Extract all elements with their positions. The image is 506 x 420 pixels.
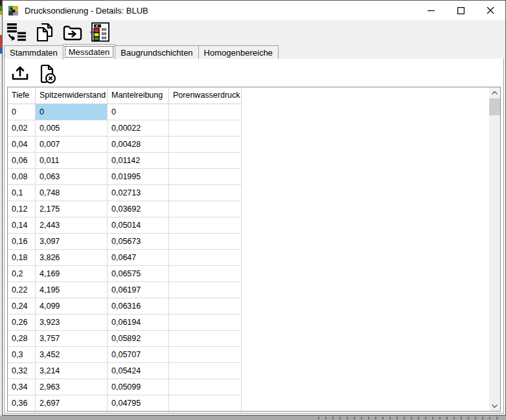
table-cell[interactable]: 3,757 <box>36 331 108 347</box>
table-cell[interactable]: 0,32 <box>8 363 36 379</box>
table-cell[interactable]: 0 <box>36 104 108 120</box>
close-button[interactable] <box>476 1 505 20</box>
tab-baugrundschichten[interactable]: Baugrundschichten <box>115 45 198 59</box>
table-cell[interactable]: 0,12 <box>8 201 36 217</box>
table-cell[interactable] <box>169 185 242 201</box>
table-cell[interactable]: 0,06575 <box>108 266 169 282</box>
table-cell[interactable]: 0,22 <box>8 282 36 298</box>
table-cell[interactable]: 0,05014 <box>108 217 169 234</box>
table-cell[interactable]: 0,24 <box>8 298 36 315</box>
table-cell[interactable] <box>169 298 242 315</box>
app-window: Drucksondierung - Details: BLUB <box>2 0 506 415</box>
scrollbar-thumb[interactable] <box>489 98 500 115</box>
export-folder-button[interactable] <box>61 21 84 43</box>
table-cell[interactable]: 0,05707 <box>108 347 169 363</box>
table-cell[interactable]: 0,01142 <box>108 153 169 169</box>
table-cell[interactable] <box>169 120 242 137</box>
table-cell[interactable] <box>169 363 242 379</box>
table-cell[interactable] <box>169 137 242 153</box>
table-cell[interactable]: 0,16 <box>8 234 36 250</box>
table-cell[interactable]: 0,005 <box>36 120 108 137</box>
minimize-button[interactable] <box>416 1 446 20</box>
tab-messdaten[interactable]: Messdaten <box>63 44 116 60</box>
table-cell[interactable]: 0,14 <box>8 217 36 234</box>
table-body: 0000,020,0050,000220,040,0070,004280,060… <box>8 104 500 412</box>
column-header-1[interactable]: Tiefe <box>8 87 36 104</box>
table-cell[interactable] <box>169 315 242 331</box>
table-cell[interactable]: 4,099 <box>36 298 108 315</box>
table-cell[interactable]: 0,04 <box>8 137 36 153</box>
table-cell[interactable] <box>169 234 242 250</box>
table-cell[interactable]: 0,1 <box>8 185 36 201</box>
delete-document-button[interactable] <box>36 63 59 84</box>
table-cell[interactable]: 0,06197 <box>108 282 169 298</box>
table-cell[interactable] <box>169 250 242 266</box>
scroll-down-button[interactable] <box>489 401 500 411</box>
table-cell[interactable] <box>169 347 242 363</box>
table-cell[interactable]: 3,097 <box>36 234 108 250</box>
table-cell[interactable]: 0,28 <box>8 331 36 347</box>
table-cell[interactable]: 0,05099 <box>108 379 169 395</box>
table-cell[interactable] <box>169 395 242 412</box>
table-cell[interactable]: 3,452 <box>36 347 108 363</box>
tab-homogenbereiche[interactable]: Homogenbereiche <box>198 45 279 59</box>
transfer-lists-button[interactable] <box>5 21 29 43</box>
vertical-scrollbar[interactable] <box>489 87 500 411</box>
table-cell[interactable]: 0,05892 <box>108 331 169 347</box>
table-cell[interactable]: 0,08 <box>8 169 36 185</box>
table-cell[interactable]: 0,01995 <box>108 169 169 185</box>
table-cell[interactable]: 0 <box>108 104 169 120</box>
maximize-button[interactable] <box>446 1 476 20</box>
table-cell[interactable] <box>169 153 242 169</box>
table-cell[interactable]: 3,826 <box>36 250 108 266</box>
scroll-up-button[interactable] <box>489 87 500 98</box>
table-cell[interactable]: 0,18 <box>8 250 36 266</box>
table-cell[interactable]: 0,0647 <box>108 250 169 266</box>
tab-strip: StammdatenMessdatenBaugrundschichtenHomo… <box>3 44 505 59</box>
table-cell[interactable]: 4,169 <box>36 266 108 282</box>
column-header-2[interactable]: Spitzenwiderstand <box>36 87 108 104</box>
table-cell[interactable]: 0,3 <box>8 347 36 363</box>
table-cell[interactable] <box>169 266 242 282</box>
table-cell[interactable]: 0,06316 <box>108 298 169 315</box>
table-cell[interactable]: 0,26 <box>8 315 36 331</box>
table-cell[interactable] <box>169 282 242 298</box>
table-cell[interactable]: 0,063 <box>36 169 108 185</box>
table-cell[interactable]: 3,923 <box>36 315 108 331</box>
table-cell[interactable]: 0,03692 <box>108 201 169 217</box>
table-cell[interactable]: 0,748 <box>36 185 108 201</box>
table-cell[interactable]: 0,05673 <box>108 234 169 250</box>
table-cell[interactable]: 2,697 <box>36 395 108 412</box>
table-cell[interactable]: 0,34 <box>8 379 36 395</box>
table-cell[interactable]: 0,02713 <box>108 185 169 201</box>
table-cell[interactable]: 0,02 <box>8 120 36 137</box>
table-cell[interactable]: 2,175 <box>36 201 108 217</box>
table-cell[interactable]: 2,963 <box>36 379 108 395</box>
tab-stammdaten[interactable]: Stammdaten <box>4 45 63 59</box>
table-cell[interactable]: 0,04795 <box>108 395 169 412</box>
soil-profile-legend-button[interactable] <box>89 21 112 43</box>
table-cell[interactable]: 4,195 <box>36 282 108 298</box>
copy-button[interactable] <box>33 21 56 43</box>
column-header-3[interactable]: Mantelreibung <box>108 87 169 104</box>
import-upload-button[interactable] <box>8 63 32 84</box>
table-cell[interactable]: 0,007 <box>36 137 108 153</box>
table-cell[interactable] <box>169 379 242 395</box>
table-cell[interactable] <box>169 217 242 234</box>
table-cell[interactable] <box>169 169 242 185</box>
table-cell[interactable]: 0,011 <box>36 153 108 169</box>
table-cell[interactable] <box>169 201 242 217</box>
table-cell[interactable]: 0,05424 <box>108 363 169 379</box>
table-cell[interactable]: 0,36 <box>8 395 36 412</box>
table-cell[interactable]: 2,443 <box>36 217 108 234</box>
table-cell[interactable]: 0,00428 <box>108 137 169 153</box>
table-cell[interactable] <box>169 331 242 347</box>
table-cell[interactable] <box>169 104 242 120</box>
table-cell[interactable]: 0,06 <box>8 153 36 169</box>
table-cell[interactable]: 3,214 <box>36 363 108 379</box>
table-cell[interactable]: 0,00022 <box>108 120 169 137</box>
column-header-4[interactable]: Porenwasserdruck <box>169 87 242 104</box>
table-cell[interactable]: 0,2 <box>8 266 36 282</box>
table-cell[interactable]: 0,06194 <box>108 315 169 331</box>
table-cell[interactable]: 0 <box>8 104 36 120</box>
